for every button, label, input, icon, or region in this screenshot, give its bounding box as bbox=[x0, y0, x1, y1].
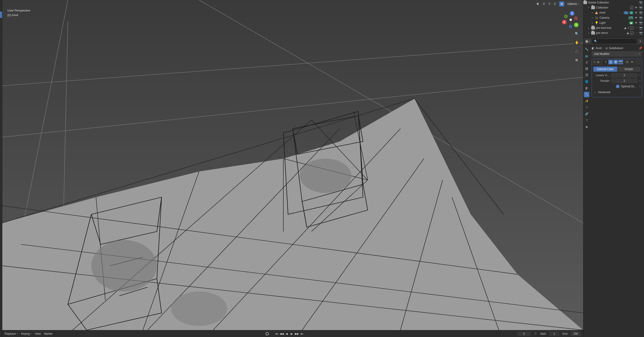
play-reverse-icon[interactable]: ◀ bbox=[284, 332, 289, 336]
camera-restrict-icon[interactable]: 📷 bbox=[639, 1, 642, 4]
mod-edit-toggle[interactable]: ▽ bbox=[603, 60, 608, 64]
animate-property-icon[interactable]: • bbox=[639, 84, 640, 88]
data-badge[interactable]: ◉ bbox=[629, 22, 633, 24]
tab-data[interactable]: ▽ bbox=[584, 118, 589, 123]
levels-render-field[interactable]: 2 bbox=[611, 78, 638, 83]
optimal-display-checkbox[interactable]: ✓ bbox=[616, 85, 619, 88]
jump-start-icon[interactable]: ⏮ bbox=[274, 332, 279, 336]
next-keyframe-icon[interactable]: ▶▶ bbox=[294, 332, 299, 336]
viewport-3d[interactable]: ✱ X Y Z ⊞ Options ▾ User Perspective (0)… bbox=[2, 0, 583, 330]
animate-property-icon[interactable]: • bbox=[639, 79, 640, 83]
options-icon[interactable]: ▾ bbox=[638, 40, 642, 43]
anvil-row[interactable]: ▸ Anvil 🔧 ▽ 👁 📷 bbox=[584, 10, 644, 15]
simple-button[interactable]: Simple bbox=[617, 66, 641, 72]
expand-icon[interactable]: ▾ bbox=[593, 61, 596, 63]
eye-hidden-icon[interactable]: 〰 bbox=[634, 26, 638, 30]
clock-icon[interactable]: ⏱ bbox=[534, 332, 537, 336]
exclude-checkbox[interactable] bbox=[630, 6, 634, 9]
drag-handle-icon[interactable]: ⋮⋮ bbox=[635, 60, 640, 64]
keying-menu[interactable]: Keying ▾ bbox=[21, 332, 32, 336]
camera-restrict-icon[interactable]: 📷 bbox=[639, 6, 642, 10]
mod-cage-toggle[interactable]: ◫ bbox=[608, 60, 613, 64]
auto-key-toggle[interactable] bbox=[266, 332, 269, 336]
levels-viewport-field[interactable]: 2 bbox=[611, 73, 638, 78]
gizmo-axis-z[interactable]: Z bbox=[570, 11, 574, 16]
eye-icon[interactable]: 👁 bbox=[634, 11, 638, 14]
tab-modifiers[interactable]: 🔧 bbox=[584, 92, 589, 97]
mod-viewport-toggle[interactable]: 🖥 bbox=[613, 60, 618, 64]
data-badge[interactable]: ▽ bbox=[630, 11, 633, 14]
tab-tool[interactable]: 🔧 bbox=[584, 46, 589, 52]
eye-icon[interactable]: 👁 bbox=[634, 16, 638, 20]
axis-y-btn[interactable]: Y bbox=[547, 2, 552, 6]
light-row[interactable]: ▸ 💡 Light ◉ 👁 📷 bbox=[584, 20, 644, 25]
expand-icon[interactable]: ▸ bbox=[591, 12, 594, 14]
camera-restrict-icon[interactable]: 📷 bbox=[639, 16, 642, 20]
options-dropdown[interactable]: Options ▾ bbox=[566, 2, 581, 6]
tab-physics[interactable]: ⚛ bbox=[584, 105, 589, 110]
overlays-toggle-icon[interactable]: ⊞ bbox=[559, 2, 564, 6]
expand-icon[interactable]: ▸ bbox=[591, 16, 594, 19]
mod-render-toggle[interactable]: 📷 bbox=[618, 60, 623, 64]
eye-icon[interactable]: 👁 bbox=[634, 6, 638, 10]
camera-restrict-icon[interactable]: 📷 bbox=[639, 11, 642, 14]
current-frame-field[interactable]: 0 bbox=[517, 332, 531, 336]
expand-icon[interactable]: ▸ bbox=[591, 22, 594, 24]
camera-restrict-icon[interactable]: 📷 bbox=[639, 31, 642, 35]
camera-restrict-icon[interactable]: 📷 bbox=[639, 26, 642, 30]
tab-render[interactable]: 📺 bbox=[584, 53, 589, 58]
pan-icon[interactable]: ✋ bbox=[574, 39, 580, 46]
scene-collection-row[interactable]: Scene Collection 📷 bbox=[584, 0, 644, 5]
collection-row[interactable]: ▾ Collection 👁 📷 bbox=[584, 5, 644, 10]
tab-material[interactable]: ◉ bbox=[584, 124, 589, 130]
properties-search[interactable]: 🔍 bbox=[592, 39, 636, 44]
eye-hidden-icon[interactable]: 〰 bbox=[634, 31, 638, 35]
jump-end-icon[interactable]: ⏭ bbox=[300, 332, 304, 336]
axis-z-btn[interactable]: Z bbox=[553, 2, 558, 6]
prev-keyframe-icon[interactable]: ◀◀ bbox=[279, 332, 284, 336]
gizmo-neg-x[interactable] bbox=[574, 16, 578, 20]
pre-bool-row[interactable]: ▸ pre bool tool 2 〰 📷 bbox=[584, 25, 644, 30]
add-modifier-button[interactable]: Add Modifier ▾ bbox=[592, 51, 642, 57]
breadcrumb-object[interactable]: Anvil bbox=[596, 46, 602, 50]
exclude-checkbox[interactable] bbox=[630, 31, 634, 34]
active-tool-indicator[interactable] bbox=[0, 12, 2, 18]
close-icon[interactable]: ✕ bbox=[631, 60, 633, 64]
navigation-gizmo[interactable]: X Y Z bbox=[562, 12, 579, 28]
animate-property-icon[interactable]: • bbox=[639, 74, 640, 77]
camera-restrict-icon[interactable]: 📷 bbox=[639, 21, 642, 25]
marker-menu[interactable]: Marker bbox=[44, 332, 52, 336]
view-menu[interactable]: View bbox=[35, 332, 41, 336]
search-input[interactable] bbox=[599, 40, 635, 43]
gizmo-neg-z[interactable] bbox=[569, 25, 572, 28]
gizmo-axis-x[interactable]: X bbox=[562, 20, 566, 24]
pin-icon[interactable]: 📌 bbox=[639, 46, 642, 50]
snap-icon[interactable]: ✱ bbox=[535, 2, 540, 6]
axis-x-btn[interactable]: X bbox=[542, 2, 547, 6]
eye-icon[interactable]: 👁 bbox=[634, 21, 638, 25]
gizmo-neg-y[interactable] bbox=[564, 15, 568, 18]
advanced-section[interactable]: ▸ Advanced bbox=[593, 90, 640, 95]
start-frame-field[interactable]: 1 bbox=[549, 332, 560, 336]
tab-particles[interactable]: ✨ bbox=[584, 98, 589, 104]
grid-toggle-icon[interactable]: ⊞ bbox=[574, 57, 580, 63]
display-mode-icon[interactable]: ▦▾ bbox=[585, 39, 590, 44]
breadcrumb-modifier[interactable]: Subdivision bbox=[609, 46, 623, 50]
camera-view-icon[interactable]: 🎥 bbox=[574, 48, 580, 54]
modifier-header[interactable]: ▾ ◎ ▽ ◫ 🖥 📷 ▾ ✕ ⋮⋮ bbox=[592, 59, 642, 65]
modifier-menu-icon[interactable]: ▾ bbox=[625, 60, 629, 64]
tab-output[interactable]: 🖨 bbox=[584, 60, 589, 65]
catmull-clark-button[interactable]: Catmull-Clark bbox=[593, 66, 617, 72]
camera-row[interactable]: ▸ 🎥 Camera 🎬 👁 📷 bbox=[584, 15, 644, 20]
tab-object[interactable]: ◧ bbox=[584, 85, 589, 91]
tab-scene[interactable]: 🎬 bbox=[584, 72, 589, 78]
exclude-checkbox[interactable] bbox=[630, 26, 634, 30]
end-frame-field[interactable]: 250 bbox=[571, 332, 581, 336]
play-icon[interactable]: ▶ bbox=[290, 332, 294, 336]
zoom-icon[interactable]: 🔍 bbox=[574, 30, 580, 37]
data-badge[interactable]: 🎬 bbox=[628, 16, 633, 19]
expand-icon[interactable]: ▸ bbox=[587, 32, 590, 34]
gizmo-axis-y[interactable]: Y bbox=[574, 22, 578, 27]
modifier-badge[interactable]: 🔧 bbox=[624, 11, 628, 14]
tab-constraints[interactable]: 🔗 bbox=[584, 111, 589, 117]
